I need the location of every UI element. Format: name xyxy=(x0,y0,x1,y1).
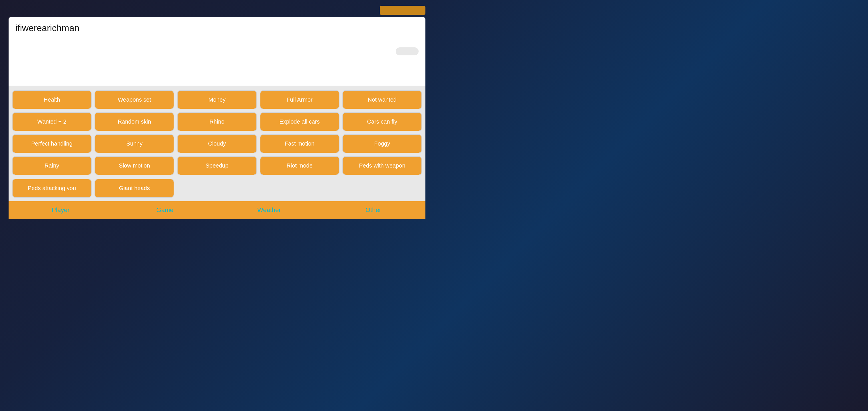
top-bar xyxy=(8,6,426,17)
cheat-button-rhino[interactable]: Rhino xyxy=(177,112,257,131)
cheat-button-riot-mode[interactable]: Riot mode xyxy=(260,156,340,175)
cheat-button-sunny[interactable]: Sunny xyxy=(94,134,174,153)
cheat-button-fast-motion[interactable]: Fast motion xyxy=(260,134,340,153)
top-orange-button[interactable] xyxy=(380,6,426,15)
cheat-button-money[interactable]: Money xyxy=(177,90,257,109)
cheat-button-cloudy[interactable]: Cloudy xyxy=(177,134,257,153)
cheat-button-peds-with-weapon[interactable]: Peds with weapon xyxy=(342,156,422,175)
cheat-button-giant-heads[interactable]: Giant heads xyxy=(94,179,174,198)
cheat-button-explode-all-cars[interactable]: Explode all cars xyxy=(260,112,340,131)
cheat-button-full-armor[interactable]: Full Armor xyxy=(260,90,340,109)
cheat-button-peds-attacking-you[interactable]: Peds attacking you xyxy=(12,179,92,198)
main-container: HealthWeapons setMoneyFull ArmorNot want… xyxy=(8,6,426,219)
category-tabs: PlayerGameWeatherOther xyxy=(8,201,426,219)
cheat-input[interactable] xyxy=(16,23,418,33)
cheat-button-random-skin[interactable]: Random skin xyxy=(94,112,174,131)
cheat-button-cars-can-fly[interactable]: Cars can fly xyxy=(342,112,422,131)
tab-player[interactable]: Player xyxy=(8,201,113,219)
cheats-grid: HealthWeapons setMoneyFull ArmorNot want… xyxy=(8,86,426,179)
cheat-button-empty xyxy=(342,179,422,198)
cheat-button-rainy[interactable]: Rainy xyxy=(12,156,92,175)
cheat-button-wanted-2[interactable]: Wanted + 2 xyxy=(12,112,92,131)
input-area xyxy=(8,17,426,86)
tab-weather[interactable]: Weather xyxy=(217,201,321,219)
cheat-button-health[interactable]: Health xyxy=(12,90,92,109)
cheat-button-not-wanted[interactable]: Not wanted xyxy=(342,90,422,109)
cheat-button-foggy[interactable]: Foggy xyxy=(342,134,422,153)
cheat-button-empty xyxy=(177,179,257,198)
cheat-button-weapons-set[interactable]: Weapons set xyxy=(94,90,174,109)
cheat-button-slow-motion[interactable]: Slow motion xyxy=(94,156,174,175)
tab-game[interactable]: Game xyxy=(113,201,217,219)
tab-other[interactable]: Other xyxy=(321,201,426,219)
cheat-button-empty xyxy=(260,179,340,198)
cheat-button-speedup[interactable]: Speedup xyxy=(177,156,257,175)
cheat-button-perfect-handling[interactable]: Perfect handling xyxy=(12,134,92,153)
cheats-last-row: Peds attacking youGiant heads xyxy=(8,179,426,201)
done-button[interactable] xyxy=(396,48,418,55)
